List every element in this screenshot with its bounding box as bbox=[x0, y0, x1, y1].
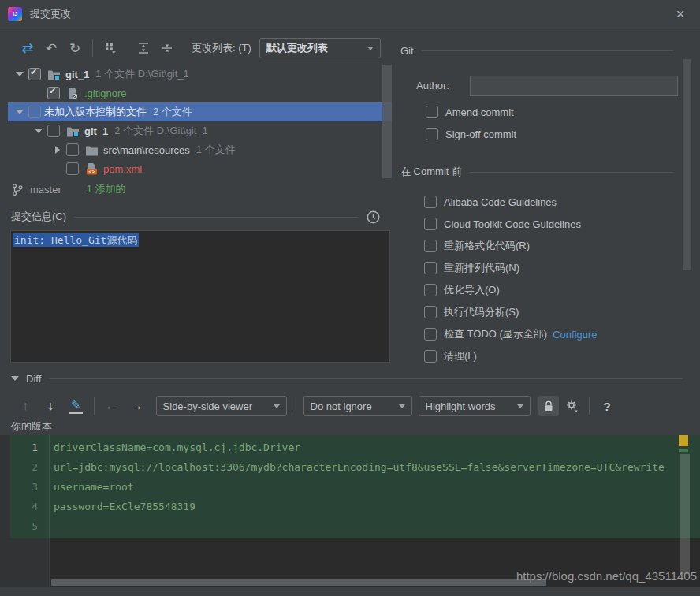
line-number: 1 bbox=[10, 441, 49, 453]
group-by-icon[interactable] bbox=[99, 38, 122, 58]
editor-gutter bbox=[10, 538, 49, 587]
author-input[interactable] bbox=[470, 76, 678, 96]
collapse-all-icon[interactable] bbox=[155, 38, 179, 58]
chevron-right-icon[interactable] bbox=[49, 146, 66, 154]
tree-item-suffix: 1 个文件 bbox=[196, 143, 236, 157]
editor-vertical-scrollbar[interactable] bbox=[680, 454, 690, 574]
option-label: 清理(L) bbox=[444, 349, 477, 363]
code-line: 4password=ExCle785548319 bbox=[10, 497, 689, 516]
tree-row[interactable]: git_12 个文件 D:\Git\git_1 bbox=[8, 121, 392, 140]
code-text: url=jdbc:mysql://localhost:3306/mydb?cha… bbox=[49, 461, 665, 473]
checkbox[interactable] bbox=[424, 262, 437, 274]
checkbox[interactable] bbox=[424, 284, 437, 296]
checkbox[interactable] bbox=[424, 218, 437, 230]
checkbox[interactable] bbox=[426, 106, 438, 118]
changed-lines-marker bbox=[679, 435, 688, 446]
tree-row[interactable]: git_11 个文件 D:\Git\git_1 bbox=[8, 65, 392, 84]
editor-horizontal-scrollbar[interactable] bbox=[51, 579, 546, 586]
checkbox[interactable] bbox=[47, 87, 60, 99]
option-label: 优化导入(O) bbox=[444, 283, 500, 297]
tree-row[interactable]: 未加入版本控制的文件2 个文件 bbox=[8, 102, 392, 121]
intellij-logo-icon: IJ bbox=[8, 7, 22, 21]
tree-item-suffix: 2 个文件 bbox=[153, 105, 192, 119]
chevron-down-icon bbox=[517, 404, 523, 408]
diff-editor[interactable]: 1driverClassName=com.mysql.cj.jdbc.Drive… bbox=[0, 435, 700, 587]
amend-commit-option: Amend commit bbox=[426, 102, 514, 121]
diff-title: Diff bbox=[26, 373, 41, 385]
chevron-down-icon[interactable] bbox=[11, 72, 28, 76]
chevron-down-icon[interactable] bbox=[11, 376, 19, 381]
editor-margin bbox=[0, 435, 10, 587]
chevron-down-icon bbox=[274, 404, 280, 408]
changelist-selected-value: 默认更改列表 bbox=[266, 41, 328, 55]
move-to-another-changelist-icon[interactable]: ⇄ bbox=[16, 38, 39, 58]
expand-all-icon[interactable] bbox=[132, 38, 155, 58]
option-label: 重新格式化代码(R) bbox=[444, 239, 530, 253]
lock-icon[interactable] bbox=[538, 396, 559, 416]
changelist-label: 更改列表: (T) bbox=[192, 41, 251, 55]
before-commit-header: 在 Commit 前 bbox=[400, 162, 681, 181]
svg-text:<>: <> bbox=[88, 169, 95, 175]
checkbox[interactable] bbox=[424, 240, 437, 252]
checkbox[interactable] bbox=[424, 350, 437, 363]
title-bar: IJ 提交更改 × bbox=[0, 0, 700, 28]
highlight-selected-value: Highlight words bbox=[426, 400, 496, 412]
commit-message-input[interactable]: init: Hello_Git源代码 bbox=[10, 230, 390, 363]
tree-row[interactable]: src\main\resources1 个文件 bbox=[8, 140, 392, 159]
divider bbox=[74, 217, 358, 218]
rollback-icon[interactable]: ↶ bbox=[39, 38, 63, 58]
checkbox[interactable] bbox=[28, 106, 41, 118]
tree-scrollbar[interactable] bbox=[382, 65, 392, 178]
right-panel-scrollbar[interactable] bbox=[683, 59, 691, 270]
previous-change-icon[interactable]: ↑ bbox=[13, 399, 38, 413]
code-line: 1driverClassName=com.mysql.cj.jdbc.Drive… bbox=[10, 438, 689, 457]
chevron-down-icon[interactable] bbox=[11, 110, 28, 114]
line-number: 3 bbox=[10, 481, 49, 493]
branch-row: master 1 添加的 bbox=[11, 180, 126, 199]
jump-forward-icon[interactable]: → bbox=[125, 399, 150, 413]
option-label: 检查 TODO (显示全部) bbox=[444, 327, 547, 341]
divider bbox=[94, 397, 95, 415]
configure-link[interactable]: Configure bbox=[553, 329, 597, 341]
tree-row[interactable]: .gitignore bbox=[8, 84, 392, 102]
checkbox[interactable] bbox=[28, 68, 41, 80]
edit-pencil-icon[interactable]: ✎ bbox=[69, 398, 83, 414]
checkbox[interactable] bbox=[424, 328, 437, 341]
tree-item-label: git_1 bbox=[65, 69, 89, 80]
checkbox[interactable] bbox=[66, 162, 79, 175]
viewer-select[interactable]: Side-by-side viewer bbox=[156, 396, 287, 416]
chevron-down-icon bbox=[399, 404, 405, 408]
tree-row[interactable]: <>pom.xml bbox=[8, 159, 392, 178]
history-clock-icon[interactable] bbox=[366, 210, 381, 225]
before-commit-title: 在 Commit 前 bbox=[400, 165, 462, 179]
author-label: Author: bbox=[416, 80, 449, 91]
ignore-policy-select[interactable]: Do not ignore bbox=[303, 396, 412, 416]
window-title: 提交更改 bbox=[30, 7, 71, 21]
close-icon[interactable]: × bbox=[672, 6, 689, 23]
checkbox[interactable] bbox=[424, 196, 437, 208]
checkbox[interactable] bbox=[47, 125, 60, 137]
changelist-select[interactable]: 默认更改列表 bbox=[259, 38, 381, 58]
refresh-icon[interactable]: ↻ bbox=[63, 38, 87, 58]
checkbox[interactable] bbox=[424, 306, 437, 318]
commit-message-label: 提交信息(C) bbox=[11, 210, 66, 224]
jump-back-icon[interactable]: ← bbox=[99, 399, 125, 413]
watermark: https://blog.csdn.net/qq_43511405 bbox=[516, 569, 697, 583]
divider bbox=[470, 172, 673, 173]
viewer-selected-value: Side-by-side viewer bbox=[163, 400, 252, 412]
commit-message-header: 提交信息(C) bbox=[11, 207, 381, 226]
help-icon[interactable]: ? bbox=[604, 400, 611, 413]
commit-changes-dialog: IJ 提交更改 × ⇄ ↶ ↻ 更改列表: (T) 默认更改列表 git_11 … bbox=[0, 0, 700, 596]
gear-icon[interactable] bbox=[560, 396, 584, 416]
highlight-mode-select[interactable]: Highlight words bbox=[419, 396, 531, 416]
divider bbox=[292, 397, 292, 415]
diff-section-header: Diff bbox=[11, 369, 691, 388]
option-label: Alibaba Code Guidelines bbox=[444, 196, 557, 208]
git-branch-icon bbox=[11, 183, 24, 196]
code-line: 3username=root bbox=[10, 477, 689, 497]
checkbox[interactable] bbox=[66, 143, 79, 156]
checkbox[interactable] bbox=[426, 128, 438, 140]
chevron-down-icon[interactable] bbox=[30, 129, 47, 133]
next-change-icon[interactable]: ↓ bbox=[38, 399, 63, 413]
code-line: 2url=jdbc:mysql://localhost:3306/mydb?ch… bbox=[10, 457, 689, 477]
